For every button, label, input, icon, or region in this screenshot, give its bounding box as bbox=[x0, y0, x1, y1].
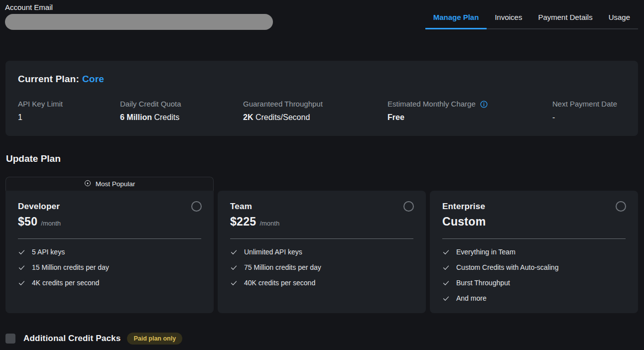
plan-price: Custom bbox=[442, 215, 486, 229]
stat-estimated-monthly-charge: Estimated Monthly Charge Free bbox=[387, 100, 552, 122]
plan-name: Team bbox=[230, 202, 413, 212]
feature-item: 15 Million credits per day bbox=[18, 263, 201, 271]
plan-card-team[interactable]: Team $225 /month Unlimited API keys 75 M… bbox=[218, 191, 426, 313]
credit-packs-checkbox[interactable] bbox=[5, 334, 15, 344]
credit-packs-row: Additional Credit Packs Paid plan only bbox=[5, 333, 182, 345]
plan-price: $225 bbox=[230, 215, 256, 229]
check-icon bbox=[18, 248, 25, 256]
divider bbox=[230, 238, 413, 239]
feature-item: Custom Credits with Auto-scaling bbox=[442, 263, 626, 271]
stat-next-payment-date: Next Payment Date - bbox=[552, 100, 626, 122]
banner-spacer bbox=[218, 177, 426, 191]
plan-options: Most Popular Developer $50 /month 5 API … bbox=[5, 177, 638, 313]
flame-icon bbox=[84, 180, 91, 188]
stat-value: - bbox=[552, 113, 626, 122]
stat-value: Free bbox=[387, 113, 552, 122]
feature-item: 4K credits per second bbox=[18, 279, 201, 287]
tab-usage[interactable]: Usage bbox=[601, 7, 638, 28]
plan-features: Everything in Team Custom Credits with A… bbox=[442, 248, 626, 302]
plan-name: Developer bbox=[18, 202, 201, 212]
divider bbox=[442, 238, 626, 239]
check-icon bbox=[18, 264, 25, 271]
plan-radio-team[interactable] bbox=[403, 201, 414, 212]
feature-item: 75 Million credits per day bbox=[230, 263, 413, 271]
check-icon bbox=[442, 248, 450, 256]
check-icon bbox=[442, 295, 450, 302]
plan-column-developer: Most Popular Developer $50 /month 5 API … bbox=[5, 177, 214, 313]
stat-label: Next Payment Date bbox=[552, 100, 617, 108]
feature-item: 40K credits per second bbox=[230, 279, 413, 287]
plan-column-enterprise: Enterprise Custom Everything in Team Cus… bbox=[430, 177, 638, 313]
plan-price-row: $225 /month bbox=[230, 215, 413, 229]
divider bbox=[18, 238, 201, 239]
plan-column-team: Team $225 /month Unlimited API keys 75 M… bbox=[218, 177, 426, 313]
plan-period: /month bbox=[259, 220, 279, 227]
billing-tabs: Manage Plan Invoices Payment Details Usa… bbox=[425, 7, 638, 29]
plan-features: 5 API keys 15 Million credits per day 4K… bbox=[18, 248, 201, 287]
banner-spacer bbox=[430, 177, 638, 191]
update-plan-title: Update Plan bbox=[6, 153, 61, 164]
stat-daily-credit-quota: Daily Credit Quota 6 Million Credits bbox=[120, 100, 243, 122]
plan-card-enterprise[interactable]: Enterprise Custom Everything in Team Cus… bbox=[430, 191, 638, 313]
stat-api-key-limit: API Key Limit 1 bbox=[18, 100, 120, 122]
most-popular-label: Most Popular bbox=[96, 180, 135, 188]
check-icon bbox=[442, 264, 450, 271]
credit-packs-label: Additional Credit Packs bbox=[23, 334, 121, 344]
paid-plan-only-badge: Paid plan only bbox=[127, 333, 182, 345]
check-icon bbox=[442, 279, 450, 287]
plan-price-row: $50 /month bbox=[18, 215, 201, 229]
plan-card-developer[interactable]: Developer $50 /month 5 API keys 15 Milli… bbox=[5, 191, 214, 313]
current-plan-title-prefix: Current Plan: bbox=[18, 74, 79, 84]
plan-period: /month bbox=[41, 220, 61, 227]
check-icon bbox=[230, 264, 238, 271]
plan-features: Unlimited API keys 75 Million credits pe… bbox=[230, 248, 413, 287]
stat-label: API Key Limit bbox=[18, 100, 63, 108]
check-icon bbox=[18, 279, 25, 287]
check-icon bbox=[230, 279, 238, 287]
plan-price-row: Custom bbox=[442, 215, 626, 229]
info-icon[interactable] bbox=[480, 100, 488, 109]
stat-label: Estimated Monthly Charge bbox=[387, 100, 476, 108]
stat-value: 2K Credits/Second bbox=[243, 113, 387, 122]
tab-payment-details[interactable]: Payment Details bbox=[530, 7, 600, 28]
stat-label: Daily Credit Quota bbox=[120, 100, 181, 108]
account-email-input[interactable] bbox=[5, 14, 273, 30]
tab-invoices[interactable]: Invoices bbox=[487, 7, 530, 28]
plan-radio-enterprise[interactable] bbox=[616, 201, 626, 212]
most-popular-banner: Most Popular bbox=[5, 177, 214, 191]
feature-item: Everything in Team bbox=[442, 248, 626, 256]
account-email-block: Account Email bbox=[5, 3, 273, 30]
stat-value: 1 bbox=[18, 113, 120, 122]
feature-item: Burst Throughput bbox=[442, 279, 626, 287]
plan-radio-developer[interactable] bbox=[191, 201, 202, 212]
feature-item: And more bbox=[442, 294, 626, 302]
stat-guaranteed-throughput: Guaranteed Throughput 2K Credits/Second bbox=[243, 100, 387, 122]
stat-value: 6 Million Credits bbox=[120, 113, 243, 122]
feature-item: 5 API keys bbox=[18, 248, 201, 256]
feature-item: Unlimited API keys bbox=[230, 248, 413, 256]
current-plan-name: Core bbox=[82, 74, 104, 84]
check-icon bbox=[230, 248, 238, 256]
current-plan-title: Current Plan:Core bbox=[18, 74, 626, 85]
stat-label: Guaranteed Throughput bbox=[243, 100, 323, 108]
current-plan-card: Current Plan:Core API Key Limit 1 Daily … bbox=[5, 61, 638, 136]
tab-manage-plan[interactable]: Manage Plan bbox=[425, 7, 487, 29]
account-email-label: Account Email bbox=[5, 3, 273, 11]
plan-name: Enterprise bbox=[442, 202, 626, 212]
current-plan-stats: API Key Limit 1 Daily Credit Quota 6 Mil… bbox=[18, 100, 626, 122]
plan-price: $50 bbox=[18, 215, 37, 229]
